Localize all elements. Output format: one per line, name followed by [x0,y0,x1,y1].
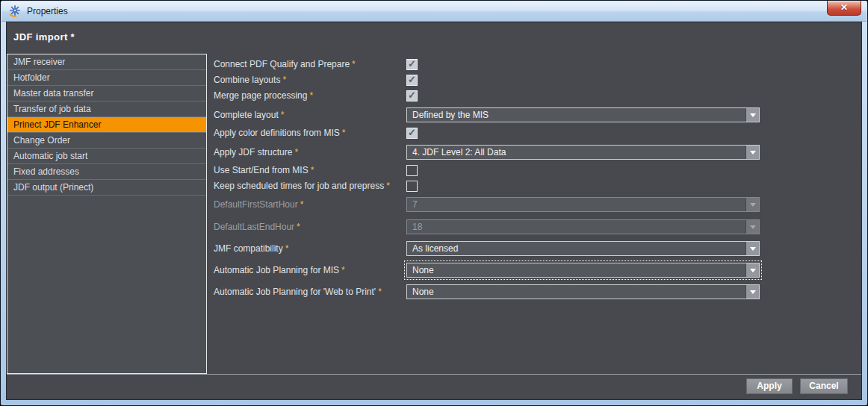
default-first-start-hour-select: 7 [406,197,760,212]
field-row: Automatic Job Planning for MIS* None [214,263,760,278]
field-label: Keep scheduled times for job and prepres… [214,181,406,192]
field-label: Merge page processing* [214,90,406,102]
chevron-down-icon [745,198,759,211]
use-start-end-from-mis-checkbox[interactable]: ✓ [406,165,418,176]
select-value: 4. JDF Level 2: All Data [407,146,745,159]
chevron-down-icon[interactable] [745,146,759,159]
required-asterisk: * [281,110,285,120]
complete-layout-select[interactable]: Defined by the MIS [406,107,760,122]
sidebar-nav: JMF receiver Hotfolder Master data trans… [7,54,207,374]
apply-color-definitions-checkbox[interactable]: ✓ [406,128,418,139]
sidebar-item-fixed-addresses[interactable]: Fixed addresses [7,164,206,180]
cancel-button[interactable]: Cancel [800,378,848,394]
connect-pdf-qualify-checkbox[interactable]: ✓ [406,59,418,70]
required-asterisk: * [309,90,313,101]
sidebar-item-jmf-receiver[interactable]: JMF receiver [7,54,206,70]
select-value: As licensed [407,242,745,255]
field-label: Connect PDF Qualify and Prepare* [214,59,406,70]
close-icon: ✕ [840,2,848,13]
field-row: Automatic Job Planning for 'Web to Print… [214,284,760,299]
default-last-end-hour-select: 18 [406,219,760,234]
field-row: DefaultLastEndHour* 18 [214,219,760,234]
combine-layouts-checkbox[interactable]: ✓ [406,75,418,86]
field-label: JMF compatibility* [214,241,406,256]
automatic-job-planning-web-to-print-select[interactable]: None [406,284,760,299]
check-icon: ✓ [408,58,416,69]
field-label: Automatic Job Planning for MIS* [214,263,406,278]
close-button[interactable]: ✕ [827,1,861,16]
required-asterisk: * [352,59,356,69]
chevron-down-icon[interactable] [745,263,759,277]
field-row: Connect PDF Qualify and Prepare* ✓ [214,59,760,70]
sidebar-item-jdf-output-prinect[interactable]: JDF output (Prinect) [7,180,206,196]
chevron-down-icon[interactable] [745,108,759,122]
required-asterisk: * [300,199,304,210]
properties-dialog: Properties ✕ JDF import * JMF receiver H… [0,0,868,406]
select-value: 7 [407,198,745,211]
required-asterisk: * [378,287,382,297]
field-row: Keep scheduled times for job and prepres… [214,181,760,192]
title-bar[interactable]: Properties [1,1,867,22]
check-icon: ✓ [408,74,416,85]
field-row: Combine layouts* ✓ [214,75,760,86]
select-value: Defined by the MIS [407,108,745,122]
page-title: JDF import * [13,31,75,43]
required-asterisk: * [342,128,346,138]
select-value: None [407,285,745,299]
field-row: DefaultFirstStartHour* 7 [214,197,760,212]
sidebar-item-hotfolder[interactable]: Hotfolder [7,70,206,86]
sidebar-item-transfer-of-job-data[interactable]: Transfer of job data [7,102,206,117]
field-label: Complete layout* [214,107,406,122]
window-title: Properties [27,6,68,16]
sidebar-item-master-data-transfer[interactable]: Master data transfer [7,86,206,102]
required-asterisk: * [282,75,286,85]
check-icon: ✓ [408,127,416,138]
field-label: DefaultFirstStartHour* [214,197,406,212]
field-row: JMF compatibility* As licensed [214,241,760,256]
sidebar-item-prinect-jdf-enhancer[interactable]: Prinect JDF Enhancer [7,117,206,133]
field-label: Automatic Job Planning for 'Web to Print… [214,284,406,299]
required-asterisk: * [294,147,298,157]
required-asterisk: * [386,181,390,191]
required-asterisk: * [297,222,300,232]
sidebar-item-automatic-job-start[interactable]: Automatic job start [7,149,206,164]
field-label: Combine layouts* [214,75,406,86]
automatic-job-planning-mis-select[interactable]: None [406,263,760,278]
field-row: Apply color definitions from MIS* ✓ [214,128,760,139]
chevron-down-icon[interactable] [745,285,759,299]
footer-divider [7,374,861,375]
field-row: Complete layout* Defined by the MIS [214,107,760,122]
field-label: Apply color definitions from MIS* [214,128,406,139]
sidebar-item-change-order[interactable]: Change Order [7,133,206,149]
required-asterisk: * [311,165,314,175]
apply-button[interactable]: Apply [746,378,793,394]
select-value: 18 [407,220,745,234]
field-row: Merge page processing* ✓ [214,90,760,102]
required-asterisk: * [341,265,345,275]
field-label: Use Start/End from MIS* [214,165,406,176]
dialog-content: JDF import * JMF receiver Hotfolder Mast… [6,22,862,400]
field-row: Use Start/End from MIS* ✓ [214,165,760,176]
field-row: Apply JDF structure* 4. JDF Level 2: All… [214,145,760,160]
required-asterisk: * [285,243,289,254]
keep-scheduled-times-checkbox[interactable]: ✓ [406,181,418,192]
chevron-down-icon [745,220,759,234]
apply-jdf-structure-select[interactable]: 4. JDF Level 2: All Data [406,145,760,160]
app-icon [8,4,22,18]
merge-page-processing-checkbox[interactable]: ✓ [406,90,418,102]
field-label: Apply JDF structure* [214,145,406,160]
select-value: None [407,263,745,277]
jmf-compatibility-select[interactable]: As licensed [406,241,760,256]
field-label: DefaultLastEndHour* [214,219,406,234]
check-icon: ✓ [408,90,416,101]
chevron-down-icon[interactable] [745,242,759,255]
